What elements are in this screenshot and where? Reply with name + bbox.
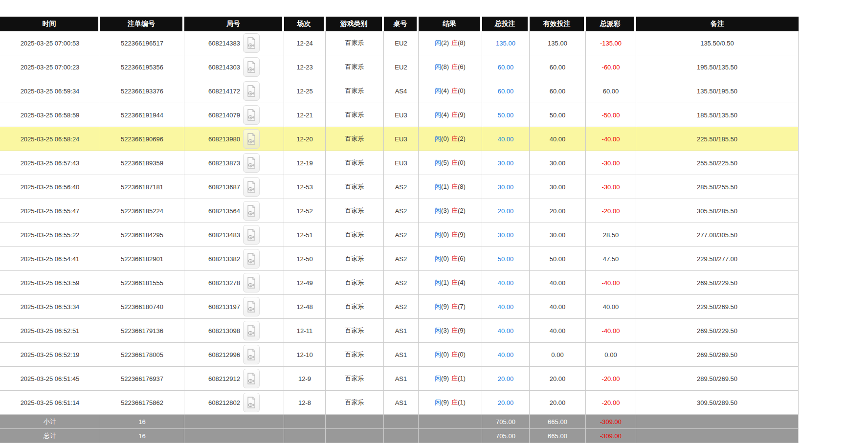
table-row[interactable]: 2025-03-25 07:00:53 522366196517 6082143… xyxy=(0,31,799,55)
result-cell: 闲(4)庄(0) xyxy=(419,79,482,103)
empty-cell xyxy=(284,429,326,443)
bet-id-cell: 522366191944 xyxy=(100,103,184,127)
video-replay-icon xyxy=(246,109,256,121)
valid-bet-cell: 30.00 xyxy=(530,175,586,199)
table-no-cell: EU3 xyxy=(384,151,419,175)
player-score: (4) xyxy=(441,111,449,118)
game-type-cell: 百家乐 xyxy=(326,391,384,415)
player-score: (1) xyxy=(441,279,449,286)
table-no-cell: AS1 xyxy=(384,367,419,391)
banker-score: (9) xyxy=(458,111,466,118)
result-cell: 闲(3)庄(2) xyxy=(419,199,482,223)
video-replay-button[interactable] xyxy=(243,345,260,364)
video-replay-icon xyxy=(246,229,256,241)
player-label: 闲 xyxy=(435,231,441,238)
table-no-cell: AS2 xyxy=(384,247,419,271)
session-cell: 12-11 xyxy=(284,319,326,343)
player-score: (8) xyxy=(441,63,449,70)
video-replay-button[interactable] xyxy=(243,129,260,149)
bet-id-cell: 522366175862 xyxy=(100,391,184,415)
banker-label: 庄 xyxy=(451,399,458,406)
video-replay-button[interactable] xyxy=(243,105,260,125)
empty-cell xyxy=(184,415,284,429)
table-row[interactable]: 2025-03-25 06:58:24 522366190696 6082139… xyxy=(0,127,799,151)
video-replay-button[interactable] xyxy=(243,81,260,101)
video-replay-button[interactable] xyxy=(243,57,260,77)
table-row[interactable]: 2025-03-25 06:57:43 522366189359 6082138… xyxy=(0,151,799,175)
remark-cell: 289.50/269.50 xyxy=(636,367,799,391)
table-row[interactable]: 2025-03-25 06:56:40 522366187181 6082136… xyxy=(0,175,799,199)
round-id: 608213687 xyxy=(208,183,240,191)
player-label: 闲 xyxy=(435,279,441,286)
player-label: 闲 xyxy=(435,63,441,70)
table-row[interactable]: 2025-03-25 06:55:47 522366185224 6082135… xyxy=(0,199,799,223)
table-no-cell: AS2 xyxy=(384,175,419,199)
time-cell: 2025-03-25 06:52:19 xyxy=(0,343,100,367)
result-cell: 闲(4)庄(9) xyxy=(419,103,482,127)
banker-score: (0) xyxy=(458,351,466,358)
remark-cell: 225.50/185.50 xyxy=(636,127,799,151)
payout-cell: -30.00 xyxy=(586,175,636,199)
time-cell: 2025-03-25 06:59:34 xyxy=(0,79,100,103)
table-row[interactable]: 2025-03-25 07:00:23 522366195356 6082143… xyxy=(0,55,799,79)
video-replay-button[interactable] xyxy=(243,273,260,292)
table-row[interactable]: 2025-03-25 06:59:34 522366193376 6082141… xyxy=(0,79,799,103)
video-replay-button[interactable] xyxy=(243,321,260,340)
round-id: 608213278 xyxy=(208,279,240,287)
banker-score: (9) xyxy=(458,327,466,334)
col-header-bet-id: 注单编号 xyxy=(100,17,184,31)
subtotal-payout: -309.00 xyxy=(586,415,636,429)
table-row[interactable]: 2025-03-25 06:53:34 522366180740 6082131… xyxy=(0,295,799,319)
subtotal-label: 小计 xyxy=(0,415,100,429)
video-replay-button[interactable] xyxy=(243,297,260,316)
remark-cell: 135.50/195.50 xyxy=(636,79,799,103)
round-id: 608213564 xyxy=(208,207,240,215)
total-bet-cell: 50.00 xyxy=(482,103,530,127)
table-row[interactable]: 2025-03-25 06:51:14 522366175862 6082128… xyxy=(0,391,799,415)
table-no-cell: EU2 xyxy=(384,31,419,55)
total-bet-cell: 30.00 xyxy=(482,175,530,199)
video-replay-icon xyxy=(246,133,256,145)
result-cell: 闲(0)庄(2) xyxy=(419,127,482,151)
total-bet-cell: 20.00 xyxy=(482,199,530,223)
time-cell: 2025-03-25 06:56:40 xyxy=(0,175,100,199)
video-replay-button[interactable] xyxy=(243,201,260,221)
video-replay-icon xyxy=(246,349,256,360)
video-replay-button[interactable] xyxy=(243,225,260,245)
table-row[interactable]: 2025-03-25 06:54:41 522366182901 6082133… xyxy=(0,247,799,271)
table-row[interactable]: 2025-03-25 06:52:19 522366178005 6082129… xyxy=(0,343,799,367)
remark-cell: 277.00/305.50 xyxy=(636,223,799,247)
video-replay-button[interactable] xyxy=(243,369,260,388)
round-cell: 608213278 xyxy=(184,271,284,295)
time-cell: 2025-03-25 07:00:53 xyxy=(0,31,100,55)
payout-cell: -30.00 xyxy=(586,151,636,175)
payout-cell: -40.00 xyxy=(586,127,636,151)
result-cell: 闲(5)庄(0) xyxy=(419,151,482,175)
player-score: (0) xyxy=(441,351,449,358)
bet-id-cell: 522366179136 xyxy=(100,319,184,343)
video-replay-button[interactable] xyxy=(243,33,260,53)
player-score: (4) xyxy=(441,87,449,94)
table-row[interactable]: 2025-03-25 06:51:45 522366176937 6082129… xyxy=(0,367,799,391)
table-row[interactable]: 2025-03-25 06:52:51 522366179136 6082130… xyxy=(0,319,799,343)
time-cell: 2025-03-25 06:51:45 xyxy=(0,367,100,391)
table-row[interactable]: 2025-03-25 06:53:59 522366181555 6082132… xyxy=(0,271,799,295)
video-replay-button[interactable] xyxy=(243,153,260,173)
video-replay-button[interactable] xyxy=(243,177,260,197)
col-header-remark: 备注 xyxy=(636,17,799,31)
table-row[interactable]: 2025-03-25 06:55:22 522366184295 6082134… xyxy=(0,223,799,247)
valid-bet-cell: 0.00 xyxy=(530,343,586,367)
result-cell: 闲(0)庄(6) xyxy=(419,247,482,271)
empty-cell xyxy=(384,429,419,443)
video-replay-icon xyxy=(246,373,256,384)
round-id: 608213098 xyxy=(208,327,240,335)
table-row[interactable]: 2025-03-25 06:58:59 522366191944 6082140… xyxy=(0,103,799,127)
col-header-payout: 总派彩 xyxy=(586,17,636,31)
video-replay-button[interactable] xyxy=(243,249,260,269)
table-header-row: 时间 注单编号 局号 场次 游戏类别 桌号 结果 总投注 有效投注 总派彩 备注 xyxy=(0,17,799,31)
bet-records-page: 时间 注单编号 局号 场次 游戏类别 桌号 结果 总投注 有效投注 总派彩 备注… xyxy=(0,0,868,443)
video-replay-button[interactable] xyxy=(243,393,260,412)
banker-score: (2) xyxy=(458,207,466,214)
banker-label: 庄 xyxy=(451,159,458,166)
valid-bet-cell: 20.00 xyxy=(530,199,586,223)
